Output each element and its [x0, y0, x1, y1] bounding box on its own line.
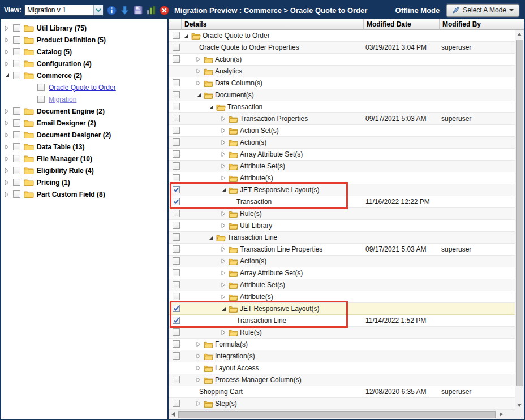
tree-collapsed-icon[interactable]: [196, 68, 204, 74]
tree-grid-row-transaction[interactable]: Transaction11/16/2022 12:22 PM: [169, 196, 515, 208]
sidebar-item-part-custom-field-8[interactable]: Part Custom Field (8): [1, 188, 167, 200]
tree-collapsed-icon[interactable]: [221, 294, 229, 300]
column-header-modified-by[interactable]: Modified By: [439, 19, 514, 30]
tree-collapsed-icon[interactable]: [5, 168, 13, 174]
tree-grid-row-util-library[interactable]: Util Library: [169, 220, 515, 232]
tree-grid-row-rule-s[interactable]: Rule(s): [169, 208, 515, 220]
checkbox[interactable]: [13, 143, 20, 150]
tree-grid-row-transaction[interactable]: Transaction: [169, 101, 515, 113]
chart-icon[interactable]: [147, 5, 156, 15]
tree-expanded-icon[interactable]: [221, 188, 229, 193]
download-icon[interactable]: [120, 5, 130, 15]
tree-grid-row-process-manager-column-s[interactable]: Process Manager Column(s): [169, 374, 515, 386]
tree-collapsed-icon[interactable]: [196, 57, 204, 62]
tree-grid-row-action-s[interactable]: Action(s): [169, 256, 515, 267]
tree-collapsed-icon[interactable]: [221, 128, 229, 133]
tree-grid-row-action-s[interactable]: Action(s): [169, 54, 515, 66]
tree-grid-row-transaction-line[interactable]: Transaction Line: [169, 232, 515, 244]
tree-grid-row-oracle-quote-to-order[interactable]: Oracle Quote to Order: [169, 30, 515, 42]
tree-grid-row-analytics[interactable]: Analytics: [169, 66, 515, 77]
checkbox[interactable]: [13, 60, 20, 67]
sidebar-item-eligibility-rule-4[interactable]: Eligibility Rule (4): [1, 164, 167, 176]
sidebar-item-oracle-quote-to-order[interactable]: Oracle Quote to Order: [1, 81, 167, 93]
tree-collapsed-icon[interactable]: [221, 270, 229, 276]
tree-grid-row-transaction-properties[interactable]: Transaction Properties09/17/2021 5:03 AM…: [169, 113, 515, 125]
close-icon[interactable]: [160, 5, 169, 15]
tree-collapsed-icon[interactable]: [221, 211, 229, 217]
column-header-details[interactable]: Details: [181, 19, 363, 30]
tree-expanded-icon[interactable]: [209, 235, 216, 240]
tree-grid-row-step-s[interactable]: Step(s): [169, 398, 515, 410]
tree-collapsed-icon[interactable]: [5, 109, 13, 114]
tree-collapsed-icon[interactable]: [5, 49, 13, 55]
scroll-down-icon[interactable]: [515, 401, 523, 409]
tree-expanded-icon[interactable]: [196, 93, 204, 98]
tree-grid-row-attribute-set-s[interactable]: Attribute Set(s): [169, 161, 515, 172]
tree-grid-row-action-s[interactable]: Action(s): [169, 137, 515, 149]
tree-collapsed-icon[interactable]: [5, 25, 13, 31]
tree-collapsed-icon[interactable]: [221, 330, 229, 335]
sidebar-item-document-designer-2[interactable]: Document Designer (2): [1, 129, 167, 141]
sidebar-item-file-manager-10[interactable]: File Manager (10): [1, 153, 167, 164]
vertical-scrollbar[interactable]: [515, 30, 524, 410]
tree-collapsed-icon[interactable]: [196, 377, 204, 383]
tree-grid-row-document-s[interactable]: Document(s): [169, 89, 515, 101]
checkbox[interactable]: [13, 155, 20, 162]
tree-expanded-icon[interactable]: [184, 33, 191, 38]
tree-grid-row-array-attribute-set-s[interactable]: Array Attribute Set(s): [169, 149, 515, 161]
checkbox[interactable]: [37, 96, 45, 103]
tree-collapsed-icon[interactable]: [221, 163, 229, 169]
column-header-modified-date[interactable]: Modified Date: [363, 19, 439, 30]
tree-expanded-icon[interactable]: [5, 73, 13, 78]
tree-grid-row-shopping-cart[interactable]: Shopping Cart12/08/2020 6:35 AMsuperuser: [169, 386, 515, 398]
tree-grid-row-attribute-s[interactable]: Attribute(s): [169, 172, 515, 184]
checkbox[interactable]: [13, 36, 20, 44]
tree-collapsed-icon[interactable]: [221, 258, 229, 264]
tree-grid-row-jet-responsive-layout-s[interactable]: JET Responsive Layout(s): [169, 184, 515, 196]
save-icon[interactable]: [133, 5, 143, 15]
tree-collapsed-icon[interactable]: [221, 246, 229, 252]
tree-collapsed-icon[interactable]: [5, 144, 13, 150]
tree-grid-row-array-attribute-set-s[interactable]: Array Attribute Set(s): [169, 267, 515, 279]
tree-collapsed-icon[interactable]: [221, 223, 229, 228]
chevron-down-icon[interactable]: [93, 5, 103, 15]
checkbox[interactable]: [13, 72, 20, 79]
tree-collapsed-icon[interactable]: [221, 282, 229, 288]
checkbox[interactable]: [13, 107, 20, 115]
view-select[interactable]: Migration v 1: [24, 5, 104, 16]
tree-grid-row-data-column-s[interactable]: Data Column(s): [169, 77, 515, 89]
checkbox[interactable]: [37, 84, 45, 91]
tree-collapsed-icon[interactable]: [5, 37, 13, 43]
scroll-up-icon[interactable]: [515, 31, 523, 38]
tree-collapsed-icon[interactable]: [196, 341, 204, 347]
checkbox[interactable]: [13, 179, 20, 186]
checkbox[interactable]: [13, 119, 20, 127]
tree-grid-row-transaction-line-properties[interactable]: Transaction Line Properties09/17/2021 5:…: [169, 244, 515, 256]
tree-collapsed-icon[interactable]: [221, 151, 229, 157]
checkbox[interactable]: [13, 48, 20, 55]
tree-grid-row-rule-s[interactable]: Rule(s): [169, 327, 515, 339]
tree-collapsed-icon[interactable]: [5, 61, 13, 67]
tree-collapsed-icon[interactable]: [5, 132, 13, 138]
tree-collapsed-icon[interactable]: [221, 175, 229, 181]
info-icon[interactable]: [107, 5, 117, 15]
tree-collapsed-icon[interactable]: [196, 401, 204, 406]
sidebar-item-product-definition-5[interactable]: Product Definition (5): [1, 34, 167, 46]
tree-collapsed-icon[interactable]: [5, 120, 13, 126]
tree-collapsed-icon[interactable]: [5, 192, 13, 197]
sidebar-item-migration[interactable]: Migration: [1, 93, 167, 105]
tree-collapsed-icon[interactable]: [221, 140, 229, 145]
checkbox[interactable]: [13, 24, 20, 32]
tree-grid-row-attribute-set-s[interactable]: Attribute Set(s): [169, 279, 515, 291]
scroll-left-icon[interactable]: [169, 410, 177, 418]
tree-grid-row-attribute-s[interactable]: Attribute(s): [169, 291, 515, 303]
sidebar-item-email-designer-2[interactable]: Email Designer (2): [1, 117, 167, 129]
tree-collapsed-icon[interactable]: [196, 80, 204, 86]
checkbox[interactable]: [13, 167, 20, 174]
sidebar-item-util-library-75[interactable]: Util Library (75): [1, 22, 167, 34]
tree-expanded-icon[interactable]: [221, 306, 229, 311]
sidebar-link-oracle-quote-to-order[interactable]: Oracle Quote to Order: [49, 84, 116, 92]
tree-grid-row-action-set-s[interactable]: Action Set(s): [169, 125, 515, 137]
tree-collapsed-icon[interactable]: [196, 365, 204, 371]
checkbox[interactable]: [13, 131, 20, 138]
